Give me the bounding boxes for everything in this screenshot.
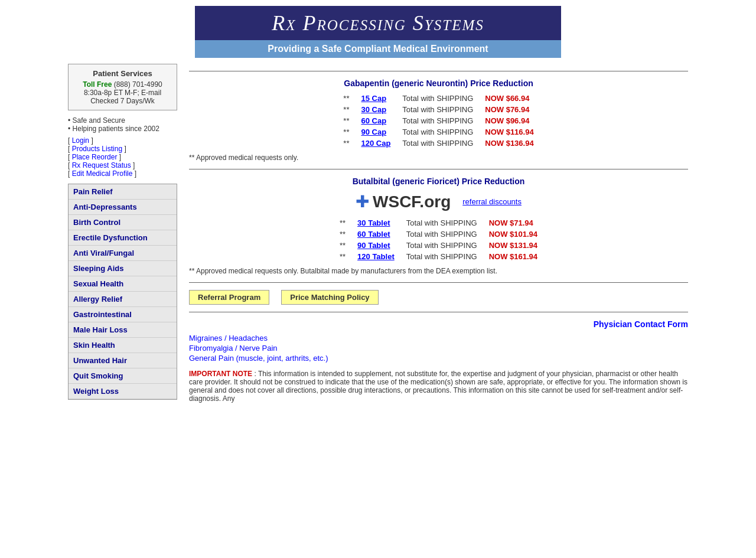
qty-prefix: **	[334, 240, 351, 251]
place-reorder-link[interactable]: Place Reorder	[72, 153, 118, 161]
general-pain-link[interactable]: General Pain (muscle, joint, arthrits, e…	[189, 354, 688, 363]
sidebar-item-allergy-relief[interactable]: Allergy Relief	[69, 292, 177, 307]
products-listing-link[interactable]: Products Listing	[72, 145, 122, 153]
important-note-label: IMPORTANT NOTE	[189, 370, 252, 378]
sidebar-item-birth-control[interactable]: Birth Control	[69, 215, 177, 230]
label-30t: Total with SHIPPING	[400, 217, 483, 229]
safe-info: • Safe and Secure • Helping patients sin…	[68, 116, 177, 133]
fibromyalgia-nerve-pain-link[interactable]: Fibromyalgia / Nerve Pain	[189, 344, 688, 353]
qty-prefix: **	[334, 229, 351, 240]
table-row: ** 30 Tablet Total with SHIPPING NOW $71…	[334, 217, 543, 229]
buttons-row: Referral Program Price Matching Policy	[189, 290, 688, 305]
bracket-open2: [	[68, 145, 72, 153]
sidebar-item-sleeping-aids[interactable]: Sleeping Aids	[69, 261, 177, 276]
helping-patients: • Helping patients since 2002	[68, 125, 177, 133]
product2-title: Butalbital (generic Fioricet) Price Redu…	[189, 177, 688, 186]
patient-services-box: Patient Services Toll Free (888) 701-499…	[68, 64, 177, 110]
referral-discounts-link[interactable]: referral discounts	[462, 197, 522, 206]
price-15: NOW $66.94	[479, 93, 539, 104]
toll-free-label: Toll Free	[83, 80, 112, 89]
edit-medical-profile-link[interactable]: Edit Medical Profile	[72, 169, 133, 178]
left-column: Patient Services Toll Free (888) 701-499…	[68, 64, 177, 403]
sidebar-item-anti-viral[interactable]: Anti Viral/Fungal	[69, 246, 177, 261]
rx-request-status-link[interactable]: Rx Request Status	[72, 161, 131, 169]
migraines-headaches-link[interactable]: Migraines / Headaches	[189, 334, 688, 342]
sidebar-item-anti-depressants[interactable]: Anti-Depressants	[69, 200, 177, 215]
tab-link-30[interactable]: 30 Tablet	[357, 218, 390, 227]
divider-3	[189, 282, 688, 283]
sidebar-item-erectile-dysfunction[interactable]: Erectile Dysfunction	[69, 230, 177, 246]
cap-link-120[interactable]: 120 Cap	[361, 139, 390, 148]
sidebar-item-skin-health[interactable]: Skin Health	[69, 338, 177, 353]
tab-link-120[interactable]: 120 Tablet	[357, 252, 395, 261]
price-30: NOW $76.94	[479, 104, 539, 115]
label-30: Total with SHIPPING	[396, 104, 479, 115]
product2-price-table: ** 30 Tablet Total with SHIPPING NOW $71…	[334, 217, 543, 262]
login-link[interactable]: Login	[72, 136, 89, 145]
label-15: Total with SHIPPING	[396, 93, 479, 104]
right-column: Gabapentin (generic Neurontin) Price Red…	[177, 64, 688, 403]
table-row: ** 30 Cap Total with SHIPPING NOW $76.94	[337, 104, 539, 115]
label-60t: Total with SHIPPING	[400, 229, 483, 240]
qty-prefix: **	[334, 251, 351, 262]
bracket-open4: [	[68, 161, 72, 169]
price-60t: NOW $101.94	[483, 229, 543, 240]
product1-note: ** Approved medical requests only.	[189, 154, 688, 162]
important-note: IMPORTANT NOTE : This information is int…	[189, 370, 688, 403]
cap-link-15[interactable]: 15 Cap	[361, 94, 386, 103]
table-row: ** 90 Cap Total with SHIPPING NOW $116.9…	[337, 126, 539, 138]
qty-prefix: **	[337, 104, 355, 115]
main-layout: Patient Services Toll Free (888) 701-499…	[68, 61, 688, 403]
bracket-open3: [	[68, 153, 72, 161]
price-matching-button[interactable]: Price Matching Policy	[281, 290, 378, 305]
pain-links: Migraines / Headaches Fibromyalgia / Ner…	[189, 334, 688, 363]
sidebar-item-unwanted-hair[interactable]: Unwanted Hair	[69, 353, 177, 368]
label-90t: Total with SHIPPING	[400, 240, 483, 251]
tab-link-90[interactable]: 90 Tablet	[357, 241, 390, 250]
header-banner: Rx Processing Systems Providing a Safe C…	[189, 0, 567, 61]
table-row: ** 120 Tablet Total with SHIPPING NOW $1…	[334, 251, 543, 262]
sidebar-item-quit-smoking[interactable]: Quit Smoking	[69, 368, 177, 384]
product2-note: ** Approved medical requests only. Butal…	[189, 267, 688, 275]
sidebar-item-gastrointestinal[interactable]: Gastrointestinal	[69, 307, 177, 322]
product1-price-table: ** 15 Cap Total with SHIPPING NOW $66.94…	[337, 93, 539, 149]
bracket-open: [	[68, 136, 72, 145]
check-days: Checked 7 Days/Wk	[90, 97, 155, 105]
wscf-cross-icon: ✚	[356, 192, 369, 211]
hours: 8:30a-8p ET M-F; E-mail	[84, 89, 161, 97]
sidebar-item-pain-relief[interactable]: Pain Relief	[69, 184, 177, 200]
cap-link-60[interactable]: 60 Cap	[361, 116, 386, 125]
sidebar-item-weight-loss[interactable]: Weight Loss	[69, 384, 177, 399]
wscf-logo: WSCF.org	[373, 192, 451, 211]
tab-link-60[interactable]: 60 Tablet	[357, 230, 390, 239]
label-60: Total with SHIPPING	[396, 115, 479, 126]
product2-title-link[interactable]: Butalbital (generic Fioricet) Price Redu…	[353, 177, 525, 186]
price-120: NOW $136.94	[479, 138, 539, 149]
table-row: ** 90 Tablet Total with SHIPPING NOW $13…	[334, 240, 543, 251]
product1-title-link[interactable]: Gabapentin (generic Neurontin) Price Red…	[344, 79, 533, 88]
tagline: Providing a Safe Compliant Medical Envir…	[195, 40, 561, 58]
divider-2	[189, 169, 688, 169]
bracket-open5: [	[68, 169, 72, 178]
site-title: Rx Processing Systems	[195, 6, 561, 40]
table-row: ** 120 Cap Total with SHIPPING NOW $136.…	[337, 138, 539, 149]
wscf-banner: ✚ WSCF.org referral discounts	[189, 192, 688, 211]
divider-4	[189, 312, 688, 312]
price-120t: NOW $161.94	[483, 251, 543, 262]
qty-prefix: **	[337, 138, 355, 149]
label-120: Total with SHIPPING	[396, 138, 479, 149]
price-30t: NOW $71.94	[483, 217, 543, 229]
referral-program-button[interactable]: Referral Program	[189, 290, 269, 305]
cap-link-30[interactable]: 30 Cap	[361, 105, 386, 114]
label-90: Total with SHIPPING	[396, 126, 479, 138]
price-90t: NOW $131.94	[483, 240, 543, 251]
divider-top	[189, 71, 688, 71]
cap-link-90[interactable]: 90 Cap	[361, 128, 386, 136]
qty-prefix: **	[337, 126, 355, 138]
nav-links: [ Login ] [ Products Listing ] [ Place R…	[68, 136, 177, 178]
sidebar-item-male-hair-loss[interactable]: Male Hair Loss	[69, 322, 177, 338]
sidebar-item-sexual-health[interactable]: Sexual Health	[69, 276, 177, 292]
physician-section: Physician Contact Form Migraines / Heada…	[189, 319, 688, 363]
price-90: NOW $116.94	[479, 126, 539, 138]
physician-contact-form-link[interactable]: Physician Contact Form	[189, 319, 688, 329]
